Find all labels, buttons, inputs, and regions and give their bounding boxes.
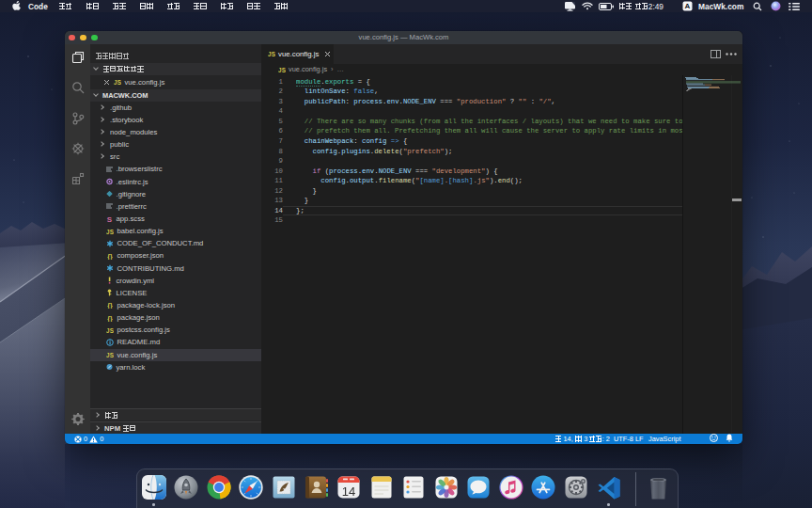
svg-text:JS: JS [106, 352, 114, 358]
svg-text:A: A [685, 2, 691, 10]
svg-text:14: 14 [342, 484, 355, 499]
svg-text:{}: {} [107, 314, 113, 321]
svg-text:JS: JS [114, 79, 121, 86]
svg-text:S: S [107, 215, 113, 223]
svg-text:JS: JS [268, 51, 275, 57]
svg-text:{}: {} [107, 302, 113, 309]
svg-text:JS: JS [106, 326, 114, 333]
svg-text:{}: {} [107, 253, 113, 260]
svg-text:JS: JS [278, 66, 286, 72]
svg-text:JS: JS [106, 228, 114, 234]
